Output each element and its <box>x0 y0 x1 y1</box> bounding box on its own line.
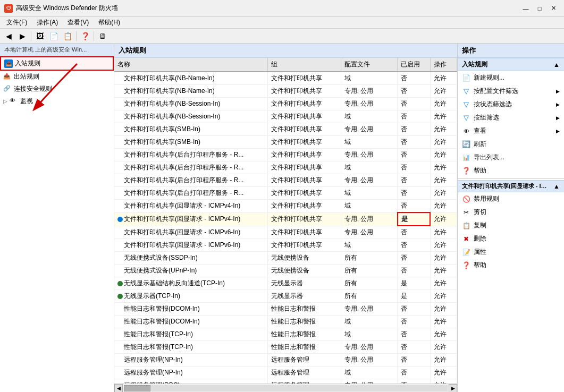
toolbar-up[interactable]: 🖼 <box>33 30 46 42</box>
cell-group: 文件和打印机共享 <box>267 187 341 200</box>
action-help-1[interactable]: ❓ 帮助 <box>458 164 564 177</box>
cell-group: 性能日志和警报 <box>267 303 341 316</box>
cell-profile: 域 <box>341 136 398 149</box>
cell-group: 无线便携设备 <box>267 265 341 277</box>
table-row[interactable]: 性能日志和警报(TCP-In)性能日志和警报域否允许 <box>114 328 457 341</box>
action-new-rule[interactable]: 📄 新建规则... <box>458 71 564 84</box>
table-row[interactable]: 文件和打印机共享(后台打印程序服务 - R...文件和打印机共享专用, 公用否允… <box>114 174 457 187</box>
sidebar-item-monitor[interactable]: ▷ 👁 监视 <box>0 95 114 107</box>
horizontal-scrollbar[interactable]: ◀ ▶ <box>114 384 457 392</box>
cell-profile: 专用, 公用 <box>341 303 398 316</box>
cell-name: 无线便携式设备(UPnP-In) <box>114 265 267 277</box>
action-export[interactable]: 📊 导出列表... <box>458 151 564 164</box>
cell-profile: 域 <box>341 200 398 213</box>
action-cut[interactable]: ✂ 剪切 <box>458 206 564 219</box>
cell-name: 远程服务管理(RPC) <box>114 379 267 384</box>
action-disable-rule[interactable]: 🚫 禁用规则 <box>458 192 564 206</box>
col-enabled[interactable]: 已启用 <box>398 58 430 72</box>
cell-enabled: 否 <box>398 367 430 379</box>
col-group[interactable]: 组 <box>267 58 341 72</box>
table-row[interactable]: 文件和打印机共享(后台打印程序服务 - R...文件和打印机共享域否允许 <box>114 187 457 200</box>
action-filter-status[interactable]: ▽ 按状态筛选选 ▶ <box>458 98 564 111</box>
table-row[interactable]: 远程服务管理(NP-In)远程服务管理专用, 公用否允许 <box>114 354 457 367</box>
sidebar-item-outbound[interactable]: 📤 出站规则 <box>0 71 114 83</box>
toolbar-refresh[interactable]: 🖥 <box>96 30 109 42</box>
table-row[interactable]: 文件和打印机共享(回显请求 - ICMPv4-In)文件和打印机共享域否允许 <box>114 200 457 213</box>
sidebar-item-outbound-label: 出站规则 <box>14 72 39 81</box>
table-row[interactable]: 无线显示器(TCP-In)无线显示器所有是允许 <box>114 290 457 303</box>
scroll-thumb[interactable] <box>124 385 150 391</box>
cell-action: 允许 <box>430 161 457 174</box>
sidebar-item-inbound[interactable]: 📥 入站规则 <box>0 56 114 71</box>
action-view[interactable]: 👁 查看 ▶ <box>458 124 564 138</box>
menu-help[interactable]: 帮助(H) <box>94 17 124 28</box>
table-row[interactable]: 性能日志和警报(DCOM-In)性能日志和警报域否允许 <box>114 316 457 328</box>
section2-collapse-icon[interactable]: ▲ <box>553 183 560 190</box>
toolbar-delete[interactable]: 📋 <box>61 30 74 42</box>
cell-enabled: 否 <box>398 328 430 341</box>
scroll-right-btn[interactable]: ▶ <box>449 384 457 393</box>
toolbar-new[interactable]: 📄 <box>47 30 60 42</box>
sidebar-item-connection[interactable]: 🔗 连接安全规则 <box>0 83 114 95</box>
table-row[interactable]: 文件和打印机共享(NB-Name-In)文件和打印机共享专用, 公用否允许 <box>114 85 457 98</box>
table-row[interactable]: 文件和打印机共享(NB-Session-In)文件和打印机共享专用, 公用否允许 <box>114 98 457 110</box>
table-row[interactable]: 文件和打印机共享(回显请求 - ICMPv6-In)文件和打印机共享专用, 公用… <box>114 226 457 239</box>
help-1-icon: ❓ <box>462 167 470 175</box>
cell-profile: 所有 <box>341 265 398 277</box>
action-help-2[interactable]: ❓ 帮助 <box>458 259 564 272</box>
sidebar-item-connection-label: 连接安全规则 <box>14 84 52 93</box>
table-row[interactable]: 性能日志和警报(DCOM-In)性能日志和警报专用, 公用否允许 <box>114 303 457 316</box>
col-action[interactable]: 操作 <box>430 58 457 72</box>
toolbar-properties[interactable]: ❓ <box>79 30 91 42</box>
maximize-button[interactable]: □ <box>533 3 546 14</box>
table-row[interactable]: 无线便携式设备(SSDP-In)无线便携设备所有否允许 <box>114 252 457 265</box>
table-row[interactable]: 文件和打印机共享(NB-Name-In)文件和打印机共享域否允许 <box>114 72 457 85</box>
table-row[interactable]: 文件和打印机共享(SMB-In)文件和打印机共享域否允许 <box>114 136 457 149</box>
scroll-track[interactable] <box>124 385 448 391</box>
monitor-icon: 👁 <box>10 97 18 106</box>
action-filter-profile[interactable]: ▽ 按配置文件筛选 ▶ <box>458 84 564 98</box>
table-row[interactable]: 文件和打印机共享(后台打印程序服务 - R...文件和打印机共享域否允许 <box>114 161 457 174</box>
cell-action: 允许 <box>430 149 457 161</box>
table-row[interactable]: 远程服务管理(NP-In)远程服务管理域否允许 <box>114 367 457 379</box>
menu-file[interactable]: 文件(F) <box>2 17 31 28</box>
cell-enabled: 否 <box>398 174 430 187</box>
action-refresh[interactable]: 🔄 刷新 <box>458 138 564 151</box>
minimize-button[interactable]: — <box>519 3 532 14</box>
action-filter-group[interactable]: ▽ 按组筛选 ▶ <box>458 111 564 124</box>
cell-action: 允许 <box>430 379 457 384</box>
cell-enabled: 否 <box>398 136 430 149</box>
menu-view[interactable]: 查看(V) <box>63 17 93 28</box>
menu-action[interactable]: 操作(A) <box>32 17 62 28</box>
action-properties[interactable]: 📝 属性 <box>458 245 564 259</box>
action-copy[interactable]: 📋 复制 <box>458 219 564 232</box>
table-row[interactable]: 文件和打印机共享(回显请求 - ICMPv4-In)文件和打印机共享专用, 公用… <box>114 212 457 226</box>
col-name[interactable]: 名称 <box>114 58 267 72</box>
close-button[interactable]: ✕ <box>547 3 560 14</box>
table-row[interactable]: 文件和打印机共享(NB-Session-In)文件和打印机共享域否允许 <box>114 110 457 123</box>
table-row[interactable]: 无线显示基础结构反向通道(TCP-In)无线显示器所有是允许 <box>114 277 457 290</box>
section-collapse-icon[interactable]: ▲ <box>553 61 560 69</box>
table-row[interactable]: 文件和打印机共享(后台打印程序服务 - R...文件和打印机共享专用, 公用否允… <box>114 149 457 161</box>
cell-action: 允许 <box>430 98 457 110</box>
cell-action: 允许 <box>430 316 457 328</box>
col-profile[interactable]: 配置文件 <box>341 58 398 72</box>
cell-enabled: 否 <box>398 72 430 85</box>
action-delete[interactable]: ✖ 删除 <box>458 232 564 245</box>
toolbar-back[interactable]: ◀ <box>2 30 15 42</box>
outbound-icon: 📤 <box>3 73 12 81</box>
table-row[interactable]: 无线便携式设备(UPnP-In)无线便携设备所有否允许 <box>114 265 457 277</box>
delete-icon: ✖ <box>462 235 470 243</box>
table-row[interactable]: 性能日志和警报(TCP-In)性能日志和警报专用, 公用否允许 <box>114 341 457 354</box>
toolbar-forward[interactable]: ▶ <box>16 30 29 42</box>
cell-name: 文件和打印机共享(后台打印程序服务 - R... <box>114 161 267 174</box>
cell-enabled: 否 <box>398 379 430 384</box>
cell-group: 文件和打印机共享 <box>267 123 341 136</box>
scroll-left-btn[interactable]: ◀ <box>114 384 123 393</box>
table-row[interactable]: 远程服务管理(RPC)远程服务管理专用, 公用否允许 <box>114 379 457 384</box>
table-row[interactable]: 文件和打印机共享(回显请求 - ICMPv6-In)文件和打印机共享域否允许 <box>114 239 457 252</box>
rules-table-scroll[interactable]: 名称 组 配置文件 已启用 操作 文件和打印机共享(NB-Name-In)文件和… <box>114 58 457 384</box>
help-2-icon: ❓ <box>462 261 470 270</box>
table-row[interactable]: 文件和打印机共享(SMB-In)文件和打印机共享专用, 公用否允许 <box>114 123 457 136</box>
cell-profile: 域 <box>341 239 398 252</box>
